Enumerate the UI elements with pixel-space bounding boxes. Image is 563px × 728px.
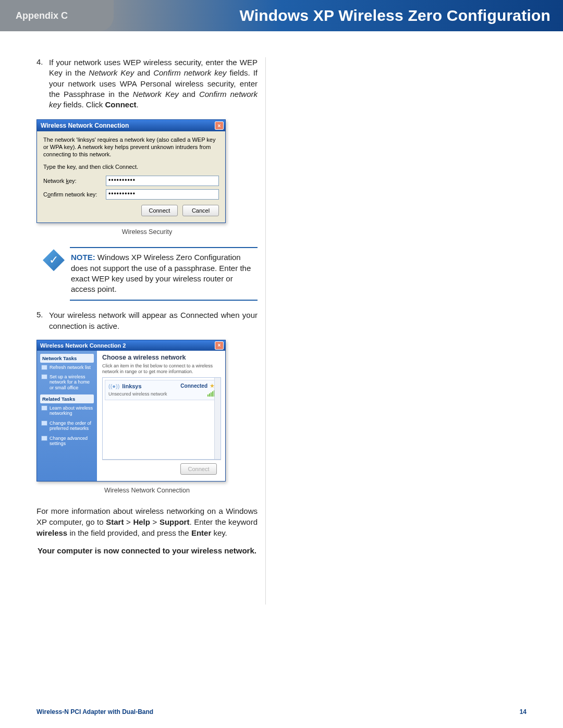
left-column: 4. If your network uses WEP wireless sec… — [36, 57, 266, 604]
network-list: ((●)) linksys Connected ★ — [102, 377, 221, 459]
note-box: ✓ NOTE: Windows XP Wireless Zero Configu… — [43, 247, 258, 301]
network-key-label: Network key: — [43, 178, 106, 184]
note-label: NOTE: — [71, 253, 95, 262]
t: Set up a wireless network for a home or … — [50, 374, 94, 390]
note-text: NOTE: Windows XP Wireless Zero Configura… — [70, 247, 258, 301]
t: Change advanced settings — [50, 436, 94, 447]
dialog2-footer: Connect — [102, 460, 221, 478]
page: Appendix C Windows XP Wireless Zero Conf… — [0, 0, 563, 728]
checkmark-icon: ✓ — [43, 249, 65, 271]
t: in the field provided, and press the — [67, 528, 191, 537]
figure-caption-1: Wireless Security — [36, 228, 258, 236]
step-5: 5. Your wireless network will appear as … — [36, 310, 258, 331]
b: Connect — [105, 100, 137, 109]
sidebar-head-network-tasks: Network Tasks — [40, 354, 94, 363]
more-info-paragraph: For more information about wireless netw… — [36, 505, 258, 538]
tasks-sidebar: Network Tasks Refresh network list Set u… — [37, 351, 97, 481]
b: Support — [160, 517, 190, 526]
confirm-key-row: Confirm network key: •••••••••• — [43, 189, 219, 200]
step-4-text: If your network uses WEP wireless securi… — [49, 57, 258, 110]
choose-network-heading: Choose a wireless network — [102, 354, 221, 361]
step-5-number: 5. — [36, 310, 49, 331]
cancel-button[interactable]: Cancel — [182, 205, 219, 216]
t: Change the order of preferred networks — [50, 421, 94, 431]
dialog2-title: Wireless Network Connection 2 — [40, 342, 126, 349]
t: > — [124, 517, 133, 526]
close-icon[interactable]: × — [215, 341, 224, 350]
t: Learn about wireless networking — [50, 405, 94, 416]
dialog-instr: Type the key, and then click Connect. — [43, 164, 219, 171]
page-number: 14 — [520, 708, 527, 715]
network-key-field[interactable]: •••••••••• — [106, 176, 219, 186]
connect-button[interactable]: Connect — [141, 205, 178, 216]
t: and — [179, 90, 199, 98]
t: Refresh network list — [50, 365, 91, 370]
connect-button-disabled: Connect — [180, 463, 217, 475]
sidebar-item-advanced[interactable]: Change advanced settings — [41, 436, 94, 447]
network-row: ((●)) linksys Connected ★ — [108, 382, 215, 389]
t: . Enter the keyword — [189, 517, 258, 526]
confirm-key-label: Confirm network key: — [43, 191, 106, 198]
main-pane: Choose a wireless network Click an item … — [97, 351, 225, 481]
content: 4. If your network uses WEP wireless sec… — [0, 31, 563, 604]
t: > — [150, 517, 160, 526]
sidebar-item-refresh[interactable]: Refresh network list — [41, 365, 94, 370]
choose-network-sub: Click an item in the list below to conne… — [102, 363, 221, 375]
network-item-linksys[interactable]: ((●)) linksys Connected ★ — [105, 380, 218, 400]
b: Help — [133, 517, 150, 526]
network-key-row: Network key: •••••••••• — [43, 176, 219, 186]
network-list-inner: ((●)) linksys Connected ★ — [103, 378, 221, 459]
network-security: Unsecured wireless network — [108, 391, 167, 397]
appendix-label: Appendix C — [0, 0, 114, 31]
t: Network — [43, 178, 66, 184]
t: and — [134, 68, 153, 77]
dialog2-body: Network Tasks Refresh network list Set u… — [37, 351, 225, 481]
close-icon[interactable]: × — [215, 121, 224, 130]
t: ey: — [69, 178, 77, 184]
step-4-number: 4. — [36, 57, 49, 110]
wireless-connection-dialog: Wireless Network Connection 2 × Network … — [36, 340, 226, 482]
sidebar-item-order[interactable]: Change the order of preferred networks — [41, 421, 94, 431]
b: Enter — [191, 528, 211, 537]
network-status: Connected — [180, 383, 207, 389]
refresh-icon — [41, 365, 47, 370]
dialog-buttons: Connect Cancel — [43, 205, 219, 216]
dialog-titlebar: Wireless Network Connection × — [37, 120, 225, 131]
t: key. — [211, 528, 227, 537]
star-icon — [41, 421, 47, 426]
note-body: Windows XP Wireless Zero Configuration d… — [71, 253, 251, 293]
t: nfirm network key: — [51, 191, 97, 198]
em: Confirm network key — [153, 68, 226, 77]
sidebar-item-setup[interactable]: Set up a wireless network for a home or … — [41, 374, 94, 390]
antenna-icon: ((●)) — [108, 383, 119, 389]
dialog2-titlebar: Wireless Network Connection 2 × — [37, 340, 225, 351]
setup-icon — [41, 374, 47, 379]
dialog-body: The network 'linksys' requires a network… — [37, 131, 225, 223]
page-title: Windows XP Wireless Zero Configuration — [239, 7, 550, 24]
em: Network Key — [133, 90, 179, 98]
b: wireless — [36, 528, 67, 537]
step-5-text: Your wireless network will appear as Con… — [49, 310, 258, 331]
signal-icon — [207, 390, 215, 397]
page-header: Appendix C Windows XP Wireless Zero Conf… — [0, 0, 563, 31]
t: C — [43, 191, 47, 198]
confirm-key-field[interactable]: •••••••••• — [106, 189, 219, 200]
sidebar-head-related-tasks: Related Tasks — [40, 394, 94, 403]
conclusion-text: Your computer is now connected to your w… — [36, 546, 258, 556]
product-name: Wireless-N PCI Adapter with Dual-Band — [36, 708, 153, 715]
b: Start — [106, 517, 124, 526]
step-4: 4. If your network uses WEP wireless sec… — [36, 57, 258, 110]
dialog-title: Wireless Network Connection — [41, 122, 129, 129]
info-icon — [41, 405, 47, 411]
network-name: linksys — [122, 383, 141, 389]
gear-icon — [41, 436, 47, 441]
sidebar-item-learn[interactable]: Learn about wireless networking — [41, 405, 94, 416]
wireless-security-dialog: Wireless Network Connection × The networ… — [36, 119, 226, 223]
em: Network Key — [89, 68, 134, 77]
t: fields. Click — [61, 100, 105, 109]
scrollbar[interactable] — [214, 378, 221, 459]
figure-caption-2: Wireless Network Connection — [36, 487, 258, 494]
page-footer: Wireless-N PCI Adapter with Dual-Band 14 — [36, 708, 527, 715]
dialog-desc: The network 'linksys' requires a network… — [43, 137, 219, 158]
t: . — [137, 100, 139, 109]
